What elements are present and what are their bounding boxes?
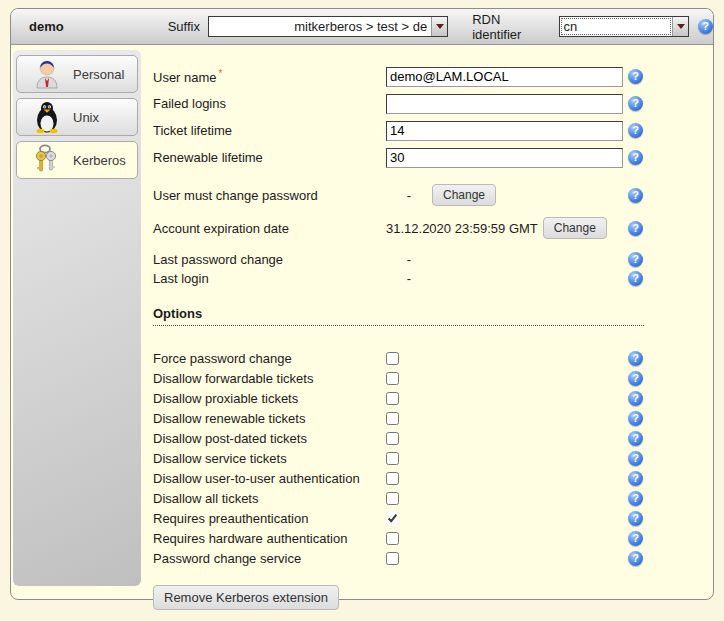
options-list: Force password change ? Disallow forward…	[153, 348, 705, 568]
disallow-service-tickets-checkbox[interactable]	[386, 452, 399, 465]
disallow-renewable-tickets-checkbox[interactable]	[386, 412, 399, 425]
help-icon[interactable]: ?	[628, 551, 643, 566]
last-login-value: -	[386, 271, 432, 286]
change-password-button[interactable]: Change	[432, 184, 496, 206]
option-row: Disallow proxiable tickets ?	[153, 388, 705, 408]
disallow-proxiable-tickets-checkbox[interactable]	[386, 392, 399, 405]
account-name: demo	[29, 19, 64, 34]
help-icon[interactable]: ?	[628, 150, 643, 165]
rdn-identifier-label: RDN identifier	[472, 12, 551, 42]
option-label: Disallow service tickets	[153, 451, 386, 466]
help-icon[interactable]: ?	[628, 391, 643, 406]
help-icon[interactable]: ?	[628, 123, 643, 138]
last-password-change-value: -	[386, 252, 432, 267]
help-icon[interactable]: ?	[628, 371, 643, 386]
option-row: Disallow all tickets ?	[153, 488, 705, 508]
option-label: Force password change	[153, 351, 386, 366]
disallow-forwardable-tickets-checkbox[interactable]	[386, 372, 399, 385]
module-sidebar: Personal Unix	[13, 50, 141, 586]
suffix-dropdown-arrow-icon[interactable]	[431, 17, 447, 36]
tab-kerberos[interactable]: Kerberos	[16, 141, 138, 179]
help-icon[interactable]: ?	[628, 188, 643, 203]
change-expiration-button[interactable]: Change	[543, 217, 607, 239]
field-row-renewable-lifetime: Renewable lifetime ?	[153, 144, 705, 171]
option-label: Disallow user-to-user authentication	[153, 471, 386, 486]
help-icon[interactable]: ?	[628, 252, 643, 267]
user-name-input[interactable]	[386, 67, 623, 87]
rdn-select-value: cn	[560, 17, 672, 36]
option-label: Disallow proxiable tickets	[153, 391, 386, 406]
disallow-user-to-user-authentication-checkbox[interactable]	[386, 472, 399, 485]
title-bar: demo Suffix mitkerberos > test > de RDN …	[11, 9, 713, 45]
tab-personal[interactable]: Personal	[16, 55, 138, 93]
row-last-password-change: Last password change - ?	[153, 249, 705, 269]
account-expiration-value: 31.12.2020 23:59:59 GMT	[386, 221, 538, 236]
help-icon[interactable]: ?	[628, 351, 643, 366]
help-icon[interactable]: ?	[628, 96, 643, 111]
help-icon[interactable]: ?	[628, 531, 643, 546]
ticket-lifetime-label: Ticket lifetime	[153, 123, 386, 138]
help-icon[interactable]: ?	[628, 511, 643, 526]
field-row-failed-logins: Failed logins ?	[153, 90, 705, 117]
user-must-change-password-label: User must change password	[153, 188, 386, 203]
option-row: Disallow renewable tickets ?	[153, 408, 705, 428]
suffix-select[interactable]: mitkerberos > test > de	[208, 16, 448, 37]
option-row: Disallow forwardable tickets ?	[153, 368, 705, 388]
option-label: Disallow all tickets	[153, 491, 386, 506]
help-icon[interactable]: ?	[698, 19, 713, 34]
option-row: Force password change ?	[153, 348, 705, 368]
option-row: Disallow user-to-user authentication ?	[153, 468, 705, 488]
suffix-label: Suffix	[168, 19, 200, 34]
tab-label: Personal	[73, 67, 124, 82]
field-row-ticket-lifetime: Ticket lifetime ?	[153, 117, 705, 144]
user-name-label: User name	[153, 70, 217, 85]
option-label: Disallow renewable tickets	[153, 411, 386, 426]
last-password-change-label: Last password change	[153, 252, 386, 267]
password-change-service-checkbox[interactable]	[386, 552, 399, 565]
ticket-lifetime-input[interactable]	[386, 121, 623, 141]
tab-label: Kerberos	[73, 153, 126, 168]
help-icon[interactable]: ?	[628, 471, 643, 486]
option-row: Password change service ?	[153, 548, 705, 568]
disallow-post-dated-tickets-checkbox[interactable]	[386, 432, 399, 445]
help-icon[interactable]: ?	[628, 491, 643, 506]
rdn-dropdown-arrow-icon[interactable]	[672, 17, 688, 36]
requires-preauthentication-checkbox[interactable]	[386, 512, 399, 525]
kerberos-form: User name* ? Failed logins ? Ticket life…	[141, 50, 705, 598]
help-icon[interactable]: ?	[628, 221, 643, 236]
tab-unix[interactable]: Unix	[16, 98, 138, 136]
required-marker: *	[219, 68, 223, 79]
field-row-user-name: User name* ?	[153, 63, 705, 90]
password-change-value: -	[386, 188, 432, 203]
account-expiration-label: Account expiration date	[153, 221, 386, 236]
option-row: Requires hardware authentication ?	[153, 528, 705, 548]
help-icon[interactable]: ?	[628, 451, 643, 466]
help-icon[interactable]: ?	[628, 411, 643, 426]
renewable-lifetime-label: Renewable lifetime	[153, 150, 386, 165]
help-icon[interactable]: ?	[628, 271, 643, 286]
account-editor-window: demo Suffix mitkerberos > test > de RDN …	[10, 8, 714, 600]
requires-hardware-authentication-checkbox[interactable]	[386, 532, 399, 545]
tab-label: Unix	[73, 110, 99, 125]
option-label: Password change service	[153, 551, 386, 566]
option-label: Disallow post-dated tickets	[153, 431, 386, 446]
failed-logins-input[interactable]	[386, 94, 623, 114]
remove-kerberos-extension-button[interactable]: Remove Kerberos extension	[153, 585, 339, 610]
help-icon[interactable]: ?	[628, 69, 643, 84]
row-last-login: Last login - ?	[153, 269, 705, 288]
row-account-expiration: Account expiration date 31.12.2020 23:59…	[153, 214, 705, 242]
rdn-identifier-select[interactable]: cn	[559, 16, 689, 37]
options-section-title: Options	[153, 306, 644, 326]
option-row: Requires preauthentication ?	[153, 508, 705, 528]
force-password-change-checkbox[interactable]	[386, 352, 399, 365]
option-label: Disallow forwardable tickets	[153, 371, 386, 386]
renewable-lifetime-input[interactable]	[386, 148, 623, 168]
last-login-label: Last login	[153, 271, 386, 286]
disallow-all-tickets-checkbox[interactable]	[386, 492, 399, 505]
person-icon	[30, 57, 64, 91]
help-icon[interactable]: ?	[628, 431, 643, 446]
failed-logins-label: Failed logins	[153, 96, 386, 111]
option-label: Requires preauthentication	[153, 511, 386, 526]
row-user-must-change-password: User must change password - Change ?	[153, 181, 705, 209]
option-row: Disallow post-dated tickets ?	[153, 428, 705, 448]
